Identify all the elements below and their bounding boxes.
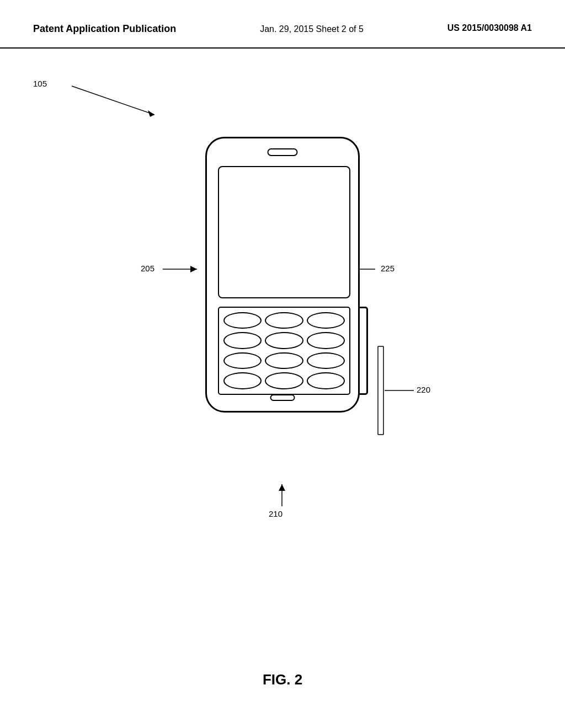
key-3 <box>307 312 345 329</box>
header-patent-number: US 2015/0030098 A1 <box>447 22 532 34</box>
ref-225-label: 225 <box>381 264 395 273</box>
key-1 <box>223 312 262 329</box>
key-6 <box>307 332 345 349</box>
ref-105-label: 105 <box>33 79 47 88</box>
ref-205-label: 205 <box>141 264 154 273</box>
key-10 <box>223 372 262 389</box>
phone-keypad <box>218 307 350 395</box>
ref-205-text: 205 <box>141 264 154 273</box>
key-12 <box>307 372 345 389</box>
key-8 <box>265 352 303 370</box>
ref-210-text: 210 <box>269 509 282 518</box>
phone-screen <box>218 166 350 298</box>
ref-105-text: 105 <box>33 79 47 88</box>
ref-210-label: 210 <box>269 509 282 518</box>
key-2 <box>265 312 303 329</box>
speaker-bottom <box>270 394 295 401</box>
svg-line-0 <box>72 86 154 115</box>
ref-220-text: 220 <box>417 385 430 394</box>
header-date-sheet: Jan. 29, 2015 Sheet 2 of 5 <box>260 22 364 36</box>
svg-marker-1 <box>148 110 154 117</box>
side-bracket-220 <box>358 307 368 395</box>
publication-text: Patent Application Publication <box>33 23 176 34</box>
svg-marker-5 <box>190 266 197 272</box>
key-4 <box>223 332 262 349</box>
content-area: 105 215 205 225 220 210 <box>0 49 565 721</box>
ref-225-text: 225 <box>381 264 395 273</box>
figure-label-text: FIG. 2 <box>263 671 302 688</box>
key-5 <box>265 332 303 349</box>
key-9 <box>307 352 345 370</box>
figure-label: FIG. 2 <box>263 671 302 688</box>
patent-number-text: US 2015/0030098 A1 <box>447 23 532 33</box>
key-11 <box>265 372 303 389</box>
patent-header: Patent Application Publication Jan. 29, … <box>0 0 565 49</box>
phone-device <box>205 137 360 424</box>
phone-body <box>205 137 360 413</box>
header-publication-label: Patent Application Publication <box>33 22 176 36</box>
date-sheet-text: Jan. 29, 2015 Sheet 2 of 5 <box>260 24 364 34</box>
speaker-top <box>268 148 298 156</box>
ref-220-label: 220 <box>417 385 430 394</box>
svg-marker-14 <box>279 484 285 491</box>
key-7 <box>223 352 262 370</box>
